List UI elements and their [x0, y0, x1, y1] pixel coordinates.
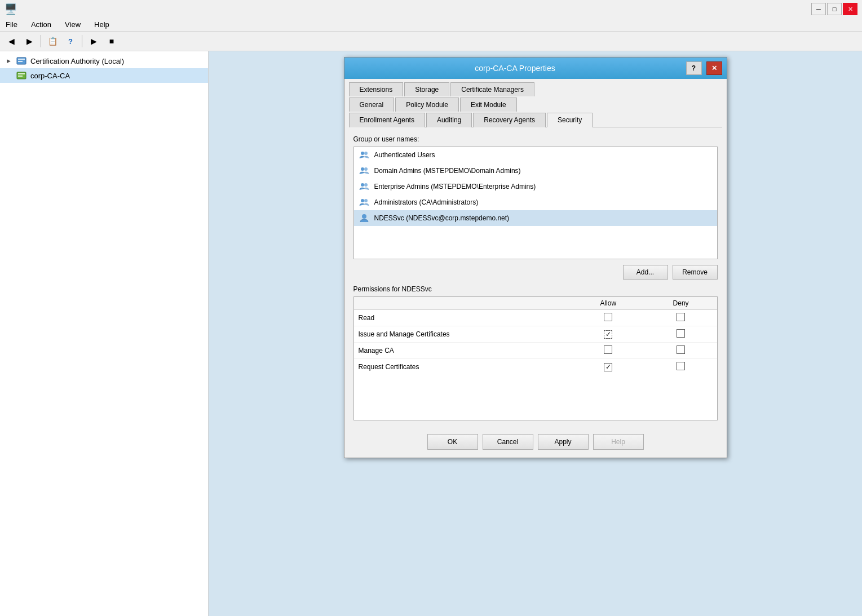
tab-enrollment-agents[interactable]: Enrollment Agents — [349, 113, 425, 127]
window-close-button[interactable]: ✕ — [843, 3, 857, 15]
tab-auditing[interactable]: Auditing — [426, 113, 472, 127]
menu-view[interactable]: View — [61, 19, 84, 30]
app-icon: 🖥️ — [5, 3, 17, 15]
toolbar-separator-2 — [82, 35, 82, 47]
main-panel: corp-CA-CA Properties ? ✕ Extensions Sto… — [209, 51, 862, 616]
perm-name-issue: Issue and Manage Certificates — [354, 326, 572, 343]
menu-bar: File Action View Help — [0, 18, 862, 32]
add-remove-buttons: Add... Remove — [353, 265, 718, 280]
dialog-title: corp-CA-CA Properties — [349, 64, 682, 73]
sidebar: ▶ Certification Authority (Local) — [0, 51, 209, 616]
perm-header-deny: Deny — [645, 297, 717, 310]
perm-deny-issue-checkbox[interactable] — [677, 329, 685, 338]
tab-extensions[interactable]: Extensions — [349, 82, 404, 96]
user-name-1: Domain Admins (MSTEPDEMO\Domain Admins) — [374, 167, 521, 175]
run-button[interactable]: ▶ — [86, 34, 101, 48]
perm-name-manage-ca: Manage CA — [354, 343, 572, 359]
perm-allow-manage-ca[interactable] — [572, 343, 645, 359]
perm-deny-manage-ca-checkbox[interactable] — [677, 345, 685, 354]
perm-deny-issue[interactable] — [645, 326, 717, 343]
perm-allow-issue-checkbox[interactable] — [604, 330, 612, 339]
svg-point-14 — [362, 214, 366, 219]
minimize-button[interactable]: ─ — [811, 3, 826, 15]
tab-security[interactable]: Security — [547, 113, 593, 127]
perm-deny-request[interactable] — [645, 359, 717, 375]
help-footer-button[interactable]: Help — [593, 434, 644, 450]
cancel-button[interactable]: Cancel — [483, 434, 533, 450]
list-item-administrators[interactable]: Administrators (CA\Administrators) — [354, 194, 717, 210]
title-bar: 🖥️ ─ □ ✕ — [0, 0, 862, 18]
sidebar-root-label: Certification Authority (Local) — [30, 57, 124, 65]
dialog-titlebar: corp-CA-CA Properties ? ✕ — [344, 57, 727, 79]
users-list[interactable]: Authenticated Users Domain Ad — [353, 147, 718, 259]
menu-action[interactable]: Action — [28, 19, 55, 30]
perm-deny-read-checkbox[interactable] — [677, 313, 685, 321]
list-item-domain-admins[interactable]: Domain Admins (MSTEPDEMO\Domain Admins) — [354, 163, 717, 179]
dialog-footer: OK Cancel Apply Help — [344, 428, 727, 458]
user-name-4: NDESSvc (NDESSvc@corp.mstepdemo.net) — [374, 214, 510, 222]
ok-button[interactable]: OK — [427, 434, 478, 450]
tab-general[interactable]: General — [349, 98, 395, 112]
perm-allow-read[interactable] — [572, 310, 645, 326]
help-button[interactable]: ? — [63, 34, 78, 48]
list-item-authenticated-users[interactable]: Authenticated Users — [354, 147, 717, 163]
svg-point-7 — [364, 152, 368, 155]
dialog-close-button[interactable]: ✕ — [706, 61, 722, 75]
stop-button[interactable]: ■ — [104, 34, 120, 48]
perm-allow-manage-ca-checkbox[interactable] — [604, 345, 612, 354]
tab-storage[interactable]: Storage — [404, 82, 449, 96]
ca-icon — [16, 55, 27, 67]
sidebar-item-root[interactable]: ▶ Certification Authority (Local) — [0, 54, 208, 68]
expand-icon[interactable]: ▶ — [5, 57, 12, 65]
svg-rect-5 — [18, 76, 23, 77]
sidebar-item-corp-ca[interactable]: corp-CA-CA — [0, 68, 208, 83]
perm-allow-request[interactable] — [572, 359, 645, 375]
remove-button[interactable]: Remove — [673, 265, 718, 280]
forward-button[interactable]: ▶ — [21, 34, 37, 48]
user-name-0: Authenticated Users — [374, 151, 435, 159]
perm-allow-read-checkbox[interactable] — [604, 313, 612, 321]
group-icon-3 — [359, 197, 370, 208]
add-button[interactable]: Add... — [623, 265, 668, 280]
toolbar-separator-1 — [41, 35, 41, 47]
group-icon-1 — [359, 165, 370, 176]
tabs-row-2: General Policy Module Exit Module — [344, 96, 727, 112]
content-area: ▶ Certification Authority (Local) — [0, 51, 862, 616]
perm-header-allow: Allow — [572, 297, 645, 310]
svg-point-8 — [361, 167, 364, 171]
svg-rect-1 — [18, 59, 25, 60]
main-window: 🖥️ ─ □ ✕ File Action View Help ◀ ▶ 📋 ? ▶… — [0, 0, 862, 616]
tab-policy-module[interactable]: Policy Module — [395, 98, 459, 112]
tab-recovery-agents[interactable]: Recovery Agents — [473, 113, 546, 127]
list-item-enterprise-admins[interactable]: Enterprise Admins (MSTEPDEMO\Enterprise … — [354, 179, 717, 194]
perm-header-name — [354, 297, 572, 310]
dialog-body: Group or user names: — [344, 127, 727, 428]
svg-point-10 — [361, 183, 364, 187]
apply-button[interactable]: Apply — [538, 434, 589, 450]
perm-deny-manage-ca[interactable] — [645, 343, 717, 359]
user-icon-4 — [359, 212, 370, 224]
list-item-ndesssvc[interactable]: NDESSvc (NDESSvc@corp.mstepdemo.net) — [354, 210, 717, 226]
tabs-row-3: Enrollment Agents Auditing Recovery Agen… — [344, 112, 727, 127]
tab-exit-module[interactable]: Exit Module — [460, 98, 517, 112]
perm-deny-request-checkbox[interactable] — [677, 362, 685, 370]
svg-point-11 — [364, 183, 368, 187]
perm-row-manage-ca: Manage CA — [354, 343, 717, 359]
menu-help[interactable]: Help — [91, 19, 113, 30]
back-button[interactable]: ◀ — [3, 34, 19, 48]
maximize-button[interactable]: □ — [827, 3, 842, 15]
dialog-help-button[interactable]: ? — [686, 61, 702, 75]
perm-allow-issue[interactable] — [572, 326, 645, 343]
toolbar: ◀ ▶ 📋 ? ▶ ■ — [0, 32, 862, 51]
perm-row-read: Read — [354, 310, 717, 326]
svg-point-12 — [361, 199, 364, 202]
perm-deny-read[interactable] — [645, 310, 717, 326]
permissions-table-container: Allow Deny Read — [353, 296, 718, 420]
group-user-label: Group or user names: — [353, 135, 718, 143]
menu-file[interactable]: File — [2, 19, 21, 30]
svg-point-13 — [364, 199, 368, 202]
tab-certificate-managers[interactable]: Certificate Managers — [450, 82, 534, 96]
copy-button[interactable]: 📋 — [45, 34, 60, 48]
window-controls: ─ □ ✕ — [811, 3, 857, 15]
perm-allow-request-checkbox[interactable] — [604, 363, 612, 371]
